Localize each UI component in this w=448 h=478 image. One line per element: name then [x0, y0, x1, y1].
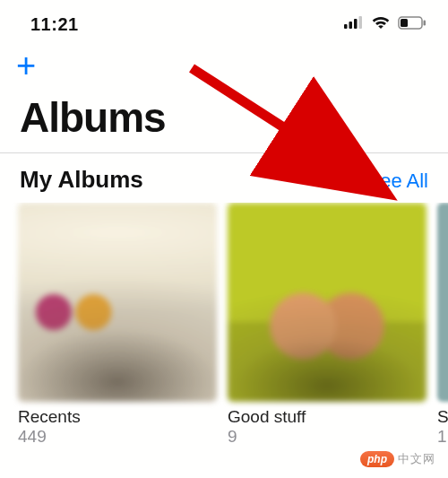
watermark-bubble: php: [360, 451, 394, 467]
album-count: 1: [437, 427, 448, 447]
svg-rect-0: [344, 24, 348, 29]
see-all-button[interactable]: See All: [367, 169, 429, 193]
photos-albums-screen: 11:21: [0, 0, 448, 478]
album-count: 9: [228, 427, 426, 447]
albums-scroller[interactable]: Recents 449 Good stuff 9 S 1: [0, 203, 448, 447]
status-time: 11:21: [30, 14, 79, 35]
svg-rect-3: [359, 16, 363, 29]
section-header: My Albums See All: [0, 153, 448, 203]
battery-icon: [398, 16, 426, 33]
album-title: Good stuff: [228, 402, 426, 427]
svg-rect-6: [424, 20, 426, 25]
wifi-icon: [371, 15, 391, 33]
page-title: Albums: [0, 83, 448, 152]
status-bar: 11:21: [0, 0, 448, 43]
svg-rect-2: [354, 19, 358, 29]
album-title: S: [437, 402, 448, 427]
album-thumbnail: [18, 203, 217, 402]
album-item[interactable]: S 1: [437, 203, 448, 447]
cellular-signal-icon: [344, 16, 364, 32]
watermark-text: 中文网: [398, 451, 435, 467]
svg-rect-1: [349, 22, 353, 29]
status-indicators: [344, 15, 426, 33]
add-album-button[interactable]: +: [0, 43, 54, 83]
album-count: 449: [18, 427, 217, 447]
album-thumbnail: [228, 203, 426, 402]
album-item[interactable]: Recents 449: [18, 203, 217, 447]
section-title: My Albums: [20, 166, 143, 194]
album-title: Recents: [18, 402, 217, 427]
svg-rect-5: [401, 19, 408, 27]
watermark: php 中文网: [360, 451, 435, 467]
album-item[interactable]: Good stuff 9: [228, 203, 426, 447]
album-thumbnail: [437, 203, 448, 402]
